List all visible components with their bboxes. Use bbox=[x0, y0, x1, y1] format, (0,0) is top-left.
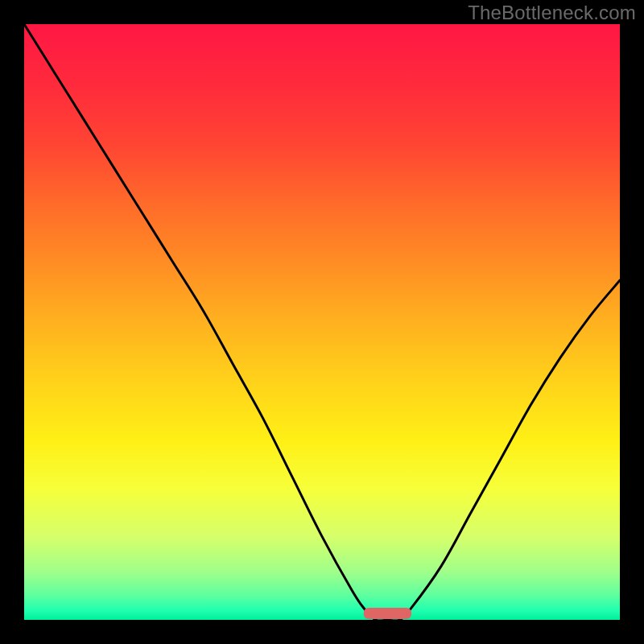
chart-svg bbox=[24, 24, 620, 620]
chart-frame: TheBottleneck.com bbox=[0, 0, 644, 644]
gradient-background bbox=[24, 24, 620, 620]
plot-area bbox=[24, 24, 620, 620]
watermark-text: TheBottleneck.com bbox=[468, 2, 636, 24]
optimal-marker bbox=[364, 608, 411, 619]
